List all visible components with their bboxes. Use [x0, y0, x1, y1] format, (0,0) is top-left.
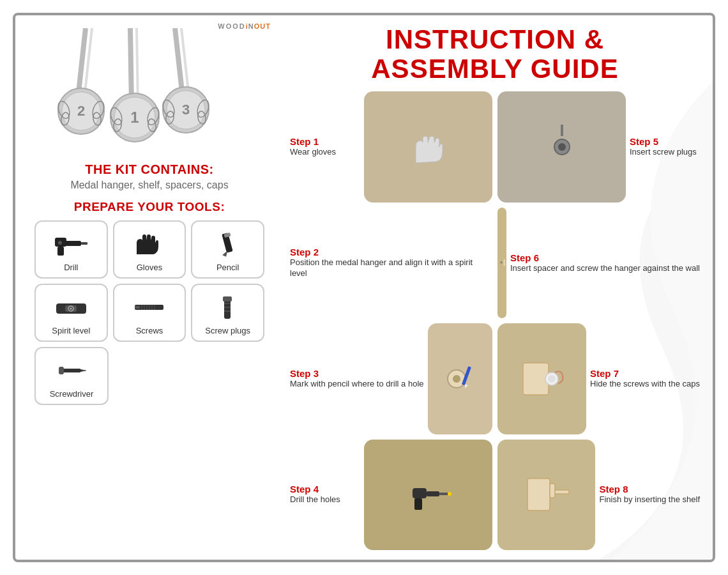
step4-image [364, 440, 492, 550]
svg-rect-89 [550, 484, 555, 498]
step7-cell: Step 7 Hide the screws with the caps [497, 323, 700, 434]
step2-cell: Step 2 Position the medal hanger and ali… [290, 208, 492, 318]
step8-cell: Step 8 Finish by inserting the shelf [497, 440, 700, 550]
tool-drill: Drill [34, 220, 108, 279]
svg-rect-87 [527, 479, 550, 510]
step3-cell: Step 3 Mark with pencil where to drill a… [290, 323, 492, 434]
svg-rect-53 [61, 369, 80, 372]
step5-cell: Step 5 Insert screw plugs [497, 91, 700, 202]
step3-image [428, 323, 492, 434]
svg-text:3: 3 [182, 102, 190, 118]
tools-section: PREPARE YOUR TOOLS: Drill [28, 200, 271, 405]
svg-rect-84 [414, 498, 422, 510]
step8-desc: Finish by inserting the shelf [599, 494, 700, 505]
svg-text:1: 1 [130, 109, 139, 126]
tool-screwdriver: Screwdriver [34, 347, 109, 405]
step1-cell: Step 1 Wear gloves [290, 91, 492, 202]
drill-label: Drill [64, 263, 78, 272]
svg-text:2: 2 [77, 103, 85, 119]
gloves-icon [130, 228, 169, 260]
step3-number: Step 3 [290, 368, 424, 379]
guide-title: INSTRUCTION & ASSEMBLY GUIDE [290, 25, 700, 84]
step2-number: Step 2 [290, 247, 489, 257]
svg-rect-77 [523, 363, 549, 395]
step4-cell: Step 4 Drill the holes [290, 440, 492, 550]
main-container: WOODiNOUT 2 [13, 13, 715, 562]
drill-icon [52, 228, 90, 260]
step2-desc: Position the medal hanger and align it w… [290, 257, 489, 279]
tools-grid-top: Drill Gloves [28, 220, 271, 342]
tool-gloves: Gloves [113, 220, 186, 279]
svg-rect-54 [59, 367, 64, 374]
svg-point-73 [453, 375, 460, 383]
step3-desc: Mark with pencil where to drill a hole [290, 379, 424, 390]
svg-rect-82 [427, 491, 439, 496]
kit-contents: Medal hanger, shelf, spacers, caps [70, 180, 228, 191]
screwdriver-label: Screwdriver [50, 389, 94, 399]
step8-number: Step 8 [599, 484, 700, 494]
right-panel: INSTRUCTION & ASSEMBLY GUIDE Step 1 Wear… [284, 15, 713, 560]
step5-image [497, 91, 626, 202]
gloves-label: Gloves [137, 263, 162, 272]
step6-text: Step 6 Insert spacer and screw the hange… [510, 208, 700, 318]
tools-heading: PREPARE YOUR TOOLS: [28, 200, 271, 214]
screw-plugs-label: Screw plugs [205, 326, 250, 335]
step8-text: Step 8 Finish by inserting the shelf [599, 440, 700, 550]
spirit-level-label: Spirit level [52, 326, 90, 335]
step1-number: Step 1 [290, 136, 360, 147]
svg-rect-30 [57, 247, 64, 256]
svg-point-61 [558, 143, 566, 151]
screw-plugs-icon [209, 291, 247, 323]
tool-screw-plugs: Screw plugs [191, 284, 264, 342]
svg-rect-40 [135, 306, 140, 309]
step5-number: Step 5 [630, 136, 700, 147]
step1-image [364, 91, 492, 202]
svg-rect-34 [224, 232, 231, 237]
step6-cell: Step 6 Insert spacer and screw the hange… [497, 208, 700, 318]
step7-number: Step 7 [590, 368, 700, 379]
svg-rect-68 [504, 259, 505, 266]
tool-spirit-level: Spirit level [34, 284, 108, 342]
svg-point-38 [70, 307, 72, 309]
step5-desc: Insert screw plugs [630, 147, 700, 158]
steps-grid: Step 1 Wear gloves Step 5 Insert screw p… [290, 91, 700, 550]
step3-text: Step 3 Mark with pencil where to drill a… [290, 323, 424, 434]
svg-rect-29 [81, 242, 87, 245]
step1-text: Step 1 Wear gloves [290, 91, 360, 202]
left-panel: WOODiNOUT 2 [15, 15, 284, 560]
step4-text: Step 4 Drill the holes [290, 440, 360, 550]
step2-text: Step 2 Position the medal hanger and ali… [290, 208, 489, 318]
pencil-icon [209, 228, 247, 260]
spirit-level-icon [52, 291, 90, 323]
svg-point-69 [501, 262, 503, 264]
pencil-label: Pencil [216, 263, 239, 272]
medals-illustration: 2 1 3 [28, 28, 271, 156]
step4-desc: Drill the holes [290, 494, 360, 505]
step6-image [497, 208, 506, 318]
svg-point-31 [58, 241, 62, 245]
step7-image [497, 323, 586, 434]
step8-image [497, 440, 595, 550]
step1-desc: Wear gloves [290, 147, 360, 158]
screws-icon [130, 291, 169, 323]
step5-text: Step 5 Insert screw plugs [630, 91, 700, 202]
tool-pencil: Pencil [191, 220, 264, 279]
svg-rect-81 [413, 488, 427, 498]
step7-desc: Hide the screws with the caps [590, 379, 700, 390]
svg-point-85 [448, 492, 451, 496]
svg-rect-49 [223, 296, 232, 302]
step7-text: Step 7 Hide the screws with the caps [590, 323, 700, 434]
tool-screws: Screws [113, 284, 186, 342]
kit-contains-section: THE KIT CONTAINS: Medal hanger, shelf, s… [70, 162, 228, 191]
kit-heading: THE KIT CONTAINS: [70, 162, 228, 177]
step6-number: Step 6 [510, 252, 700, 263]
screwdriver-icon [52, 355, 91, 387]
step6-desc: Insert spacer and screw the hanger again… [510, 263, 700, 274]
screws-label: Screws [136, 326, 163, 335]
svg-rect-28 [65, 241, 81, 246]
step4-number: Step 4 [290, 484, 360, 494]
svg-point-79 [548, 375, 556, 383]
